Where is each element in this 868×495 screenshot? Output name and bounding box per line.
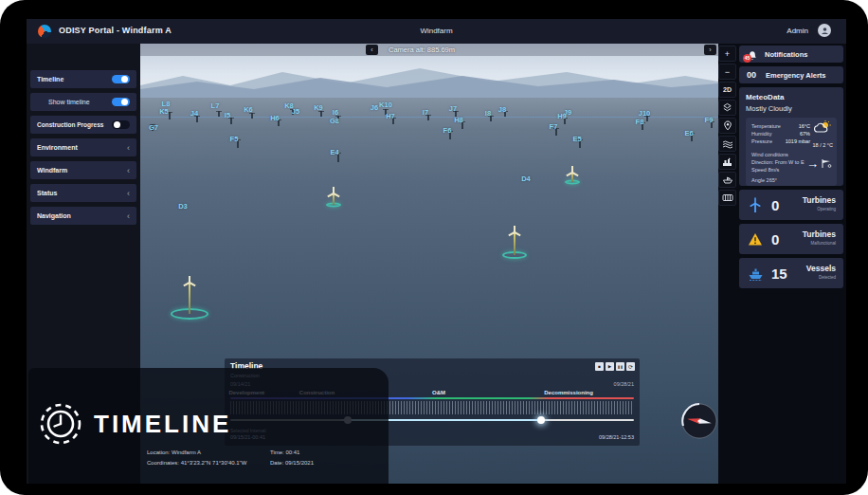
camera-altitude: Camera alt: 885.69m xyxy=(389,46,455,54)
location-pin-icon xyxy=(723,120,732,131)
user-name[interactable]: Admin xyxy=(787,27,808,35)
turbine-rotor xyxy=(189,276,190,283)
distant-turbine xyxy=(230,118,232,124)
meteo-row-label: Humidity xyxy=(751,130,771,138)
layers-icon xyxy=(722,102,732,113)
sidebar-item-label: Status xyxy=(37,190,127,196)
turbine-label-K5[interactable]: K5 xyxy=(159,107,169,116)
turbine-label-I7[interactable]: I7 xyxy=(423,108,428,117)
timeline-toggle[interactable] xyxy=(112,75,130,83)
turbine-label-J8[interactable]: J8 xyxy=(498,105,506,114)
collapse-right-button[interactable]: › xyxy=(704,45,716,55)
slider-end-handle[interactable] xyxy=(537,416,545,424)
turbine-label-J7[interactable]: J7 xyxy=(449,104,457,113)
emergency-label: Emergency Alerts xyxy=(766,71,826,80)
replay-button[interactable]: ⟳ xyxy=(626,362,635,371)
turbine-label-F8[interactable]: F8 xyxy=(636,118,644,126)
stat-subtitle: Operating xyxy=(803,205,836,213)
turbine-mast xyxy=(189,282,190,314)
sidebar-item-status[interactable]: Status ‹ xyxy=(30,184,136,202)
compass[interactable] xyxy=(680,402,718,440)
meteo-card: MeteoData Mostly Cloudly Temperature16°C… xyxy=(739,87,843,186)
show-timeline-toggle[interactable] xyxy=(112,98,130,106)
turbine-label-I8[interactable]: I8 xyxy=(485,109,491,118)
turbine-label-H9[interactable]: H9 xyxy=(557,112,567,120)
sidebar-item-show-timeline[interactable]: Show timeline xyxy=(30,93,136,111)
sidebar-item-navigation[interactable]: Navigation ‹ xyxy=(30,207,136,225)
distant-turbine xyxy=(320,111,322,117)
turbine-label-E4[interactable]: E4 xyxy=(330,148,338,156)
turbine-label-E6[interactable]: E6 xyxy=(684,129,693,138)
ship-icon xyxy=(747,266,764,281)
location-text: Location: Windfarm A xyxy=(147,448,246,458)
turbine-label-G7[interactable]: G7 xyxy=(149,123,158,132)
turbine-label-L7[interactable]: L7 xyxy=(211,101,220,110)
turbine-label-F7[interactable]: F7 xyxy=(550,122,558,131)
stat-title: Vessels xyxy=(806,265,836,273)
turbine-label-D3[interactable]: D3 xyxy=(178,202,188,211)
waves-icon xyxy=(722,139,733,149)
turbine-label-J4[interactable]: J4 xyxy=(190,109,198,118)
turbine-label-G8[interactable]: G8 xyxy=(330,117,339,125)
turbine-label-F6[interactable]: F6 xyxy=(443,126,452,135)
zoom-in-button[interactable]: + xyxy=(718,46,736,62)
vessel-button[interactable] xyxy=(718,172,736,188)
sidebar-item-label: Navigation xyxy=(37,212,127,219)
mountains xyxy=(140,61,718,99)
harbor-icon xyxy=(722,157,732,167)
meteo-title: MeteoData xyxy=(746,93,837,101)
meteo-row-label: Temperature xyxy=(751,122,781,130)
phase-decommissioning: Decommissioning xyxy=(544,390,593,395)
turbine-label-I6[interactable]: I6 xyxy=(333,108,338,117)
turbine-label-J6[interactable]: J6 xyxy=(371,103,378,112)
turbine-icon xyxy=(747,197,764,213)
meteo-row-value: 16°C xyxy=(799,122,810,130)
play-button[interactable]: ▶ xyxy=(606,362,614,371)
turbine-label-H8[interactable]: H8 xyxy=(454,116,463,124)
zoom-out-button[interactable]: − xyxy=(718,64,736,80)
bell-icon: 45 xyxy=(747,48,759,61)
emergency-alerts-card[interactable]: 00 Emergency Alerts xyxy=(739,66,843,83)
stop-button[interactable]: ■ xyxy=(595,362,604,371)
location-pin-button[interactable] xyxy=(718,118,736,134)
person-icon xyxy=(821,27,829,35)
distant-turbine xyxy=(251,113,253,119)
turbine-label-H7[interactable]: H7 xyxy=(386,112,395,120)
vessels-detected-count: 15 xyxy=(771,266,806,282)
pause-button[interactable]: ❚❚ xyxy=(616,362,624,371)
turbine-label-H6[interactable]: H6 xyxy=(270,114,280,122)
emergency-count: 00 xyxy=(747,70,760,80)
turbine-label-J10[interactable]: J10 xyxy=(639,109,651,118)
layers-button[interactable] xyxy=(718,100,736,116)
windsock-icon xyxy=(821,158,832,169)
notifications-badge: 45 xyxy=(743,54,751,63)
collapse-left-button[interactable]: ‹ xyxy=(366,45,378,55)
harbor-button[interactable] xyxy=(718,154,736,170)
turbine-label-F9[interactable]: F9 xyxy=(705,116,714,124)
turbine-label-F5[interactable]: F5 xyxy=(230,135,239,143)
notifications-card[interactable]: 45 Notifications xyxy=(739,46,843,63)
turbine-label-J5[interactable]: J5 xyxy=(292,107,299,116)
2d-mode-button[interactable]: 2D xyxy=(718,82,736,98)
sonar-waves-button[interactable] xyxy=(718,136,736,152)
cargo-button[interactable] xyxy=(718,190,736,206)
turbine-label-K10[interactable]: K10 xyxy=(379,101,392,109)
construction-progress-toggle[interactable] xyxy=(112,120,130,129)
sidebar-item-timeline[interactable]: Timeline xyxy=(30,70,136,88)
sidebar-item-windfarm[interactable]: Windfarm ‹ xyxy=(30,161,136,179)
turbine-label-D4[interactable]: D4 xyxy=(521,174,531,183)
sidebar-item-environment[interactable]: Environment ‹ xyxy=(30,138,136,156)
sidebar-item-label: Timeline xyxy=(37,76,112,82)
turbine-label-K6[interactable]: K6 xyxy=(244,105,253,114)
meteo-row-value: 1019 mbar xyxy=(786,138,810,145)
turbine-rotor xyxy=(514,226,515,232)
user-avatar[interactable] xyxy=(818,24,831,37)
turbine-label-E5[interactable]: E5 xyxy=(572,135,581,143)
turbine-label-I5[interactable]: I5 xyxy=(225,111,230,119)
map-tool-column: + − 2D xyxy=(718,46,737,208)
stat-title: Turbines xyxy=(803,230,836,239)
sidebar-item-construction-progress[interactable]: Construction Progress xyxy=(30,116,136,134)
turbine-label-K9[interactable]: K9 xyxy=(314,103,323,112)
meteo-condition: Mostly Cloudly xyxy=(746,104,837,113)
date-text: Date: 09/15/2021 xyxy=(270,458,314,468)
